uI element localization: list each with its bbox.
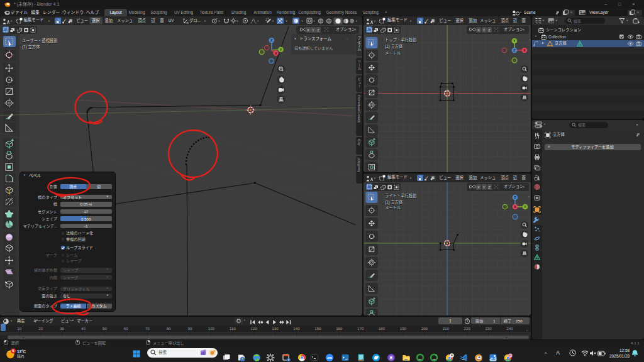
svg-text:X: X bbox=[514, 205, 516, 209]
svg-text:Z: Z bbox=[513, 48, 516, 52]
svg-text:Z: Z bbox=[514, 195, 516, 199]
svg-text:zm: zm bbox=[327, 356, 332, 359]
svg-text:Y: Y bbox=[513, 39, 516, 43]
